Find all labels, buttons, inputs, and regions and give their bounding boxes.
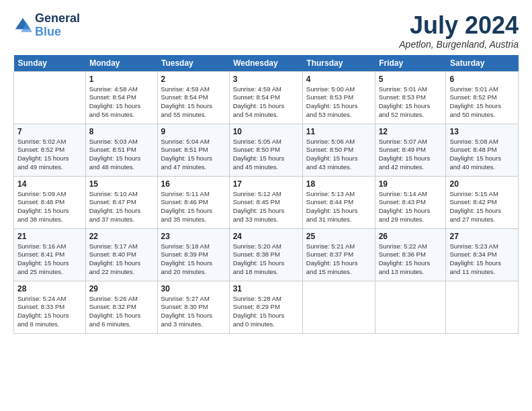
day-info: Sunrise: 5:04 AM Sunset: 8:51 PM Dayligh… [161,138,226,172]
calendar-cell: 17Sunrise: 5:12 AM Sunset: 8:45 PM Dayli… [229,176,302,228]
calendar-cell: 10Sunrise: 5:05 AM Sunset: 8:50 PM Dayli… [229,124,302,176]
day-number: 2 [161,75,226,84]
calendar-cell: 30Sunrise: 5:27 AM Sunset: 8:30 PM Dayli… [157,281,229,333]
day-number: 10 [233,127,299,136]
calendar-cell: 11Sunrise: 5:06 AM Sunset: 8:50 PM Dayli… [302,124,375,176]
calendar-week-3: 14Sunrise: 5:09 AM Sunset: 8:48 PM Dayli… [14,176,519,228]
calendar-cell: 13Sunrise: 5:08 AM Sunset: 8:48 PM Dayli… [446,124,519,176]
day-info: Sunrise: 4:58 AM Sunset: 8:54 PM Dayligh… [89,85,154,120]
calendar-cell [375,281,446,333]
day-number: 6 [449,75,515,84]
day-number: 27 [449,232,515,241]
calendar-cell: 6Sunrise: 5:01 AM Sunset: 8:52 PM Daylig… [446,71,519,124]
weekday-header-sunday: Sunday [14,55,86,72]
calendar-table: SundayMondayTuesdayWednesdayThursdayFrid… [13,55,519,334]
logo-text: General Blue [35,12,80,39]
day-info: Sunrise: 5:23 AM Sunset: 8:34 PM Dayligh… [449,242,515,277]
calendar-cell: 26Sunrise: 5:22 AM Sunset: 8:36 PM Dayli… [375,228,446,281]
day-info: Sunrise: 5:15 AM Sunset: 8:42 PM Dayligh… [449,190,515,224]
day-info: Sunrise: 5:27 AM Sunset: 8:30 PM Dayligh… [161,295,226,329]
day-info: Sunrise: 5:05 AM Sunset: 8:50 PM Dayligh… [233,138,299,172]
day-info: Sunrise: 5:08 AM Sunset: 8:48 PM Dayligh… [449,138,515,172]
day-number: 9 [161,127,226,136]
calendar-cell [446,281,519,333]
calendar-cell: 19Sunrise: 5:14 AM Sunset: 8:43 PM Dayli… [375,176,446,228]
day-number: 31 [233,284,299,293]
calendar-week-5: 28Sunrise: 5:24 AM Sunset: 8:33 PM Dayli… [14,281,519,333]
day-info: Sunrise: 5:22 AM Sunset: 8:36 PM Dayligh… [379,242,443,277]
calendar-cell: 16Sunrise: 5:11 AM Sunset: 8:46 PM Dayli… [157,176,229,228]
title-block: July 2024 Apetlon, Burgenland, Austria [399,12,519,50]
calendar-cell: 2Sunrise: 4:59 AM Sunset: 8:54 PM Daylig… [157,71,229,124]
day-info: Sunrise: 4:59 AM Sunset: 8:54 PM Dayligh… [161,85,226,120]
weekday-header-monday: Monday [85,55,157,72]
day-number: 15 [89,179,154,189]
day-number: 5 [379,75,443,84]
day-info: Sunrise: 5:17 AM Sunset: 8:40 PM Dayligh… [89,242,154,277]
calendar-cell: 25Sunrise: 5:21 AM Sunset: 8:37 PM Dayli… [302,228,375,281]
day-number: 19 [379,179,443,189]
day-info: Sunrise: 5:01 AM Sunset: 8:53 PM Dayligh… [379,85,443,120]
day-info: Sunrise: 5:03 AM Sunset: 8:51 PM Dayligh… [89,138,154,172]
calendar-week-1: 1Sunrise: 4:58 AM Sunset: 8:54 PM Daylig… [14,71,519,124]
day-number: 4 [306,75,371,84]
day-info: Sunrise: 5:09 AM Sunset: 8:48 PM Dayligh… [17,190,82,224]
day-number: 22 [89,232,154,241]
day-info: Sunrise: 5:10 AM Sunset: 8:47 PM Dayligh… [89,190,154,224]
day-info: Sunrise: 5:26 AM Sunset: 8:32 PM Dayligh… [89,295,154,329]
day-info: Sunrise: 5:14 AM Sunset: 8:43 PM Dayligh… [379,190,443,224]
calendar-cell: 14Sunrise: 5:09 AM Sunset: 8:48 PM Dayli… [14,176,86,228]
day-number: 26 [379,232,443,241]
day-number: 8 [89,127,154,136]
day-number: 25 [306,232,371,241]
day-info: Sunrise: 5:01 AM Sunset: 8:52 PM Dayligh… [449,85,515,120]
logo-icon [13,16,32,35]
calendar-cell: 18Sunrise: 5:13 AM Sunset: 8:44 PM Dayli… [302,176,375,228]
weekday-header-row: SundayMondayTuesdayWednesdayThursdayFrid… [14,55,519,72]
calendar-cell: 22Sunrise: 5:17 AM Sunset: 8:40 PM Dayli… [85,228,157,281]
day-number: 16 [161,179,226,189]
calendar-cell: 12Sunrise: 5:07 AM Sunset: 8:49 PM Dayli… [375,124,446,176]
logo: General Blue [13,12,80,39]
day-info: Sunrise: 5:02 AM Sunset: 8:52 PM Dayligh… [17,138,82,172]
calendar-cell: 9Sunrise: 5:04 AM Sunset: 8:51 PM Daylig… [157,124,229,176]
calendar-cell: 7Sunrise: 5:02 AM Sunset: 8:52 PM Daylig… [14,124,86,176]
day-number: 14 [17,179,82,189]
day-info: Sunrise: 4:59 AM Sunset: 8:54 PM Dayligh… [233,85,299,120]
calendar-cell: 4Sunrise: 5:00 AM Sunset: 8:53 PM Daylig… [302,71,375,124]
day-number: 30 [161,284,226,293]
day-info: Sunrise: 5:28 AM Sunset: 8:29 PM Dayligh… [233,295,299,329]
day-number: 12 [379,127,443,136]
day-info: Sunrise: 5:06 AM Sunset: 8:50 PM Dayligh… [306,138,371,172]
weekday-header-friday: Friday [375,55,446,72]
day-number: 3 [233,75,299,84]
calendar-cell [302,281,375,333]
calendar-cell: 8Sunrise: 5:03 AM Sunset: 8:51 PM Daylig… [85,124,157,176]
day-info: Sunrise: 5:13 AM Sunset: 8:44 PM Dayligh… [306,190,371,224]
day-number: 18 [306,179,371,189]
calendar-week-4: 21Sunrise: 5:16 AM Sunset: 8:41 PM Dayli… [14,228,519,281]
calendar-cell: 23Sunrise: 5:18 AM Sunset: 8:39 PM Dayli… [157,228,229,281]
month-year: July 2024 [399,12,519,39]
day-number: 24 [233,232,299,241]
calendar-cell: 3Sunrise: 4:59 AM Sunset: 8:54 PM Daylig… [229,71,302,124]
calendar-cell: 31Sunrise: 5:28 AM Sunset: 8:29 PM Dayli… [229,281,302,333]
weekday-header-tuesday: Tuesday [157,55,229,72]
weekday-header-thursday: Thursday [302,55,375,72]
calendar-cell [14,71,86,124]
day-info: Sunrise: 5:12 AM Sunset: 8:45 PM Dayligh… [233,190,299,224]
calendar-cell: 21Sunrise: 5:16 AM Sunset: 8:41 PM Dayli… [14,228,86,281]
header: General Blue July 2024 Apetlon, Burgenla… [13,12,519,50]
day-number: 20 [449,179,515,189]
day-info: Sunrise: 5:24 AM Sunset: 8:33 PM Dayligh… [17,295,82,329]
location: Apetlon, Burgenland, Austria [399,39,519,50]
calendar-cell: 5Sunrise: 5:01 AM Sunset: 8:53 PM Daylig… [375,71,446,124]
calendar-cell: 20Sunrise: 5:15 AM Sunset: 8:42 PM Dayli… [446,176,519,228]
calendar-week-2: 7Sunrise: 5:02 AM Sunset: 8:52 PM Daylig… [14,124,519,176]
calendar-cell: 1Sunrise: 4:58 AM Sunset: 8:54 PM Daylig… [85,71,157,124]
page: General Blue July 2024 Apetlon, Burgenla… [0,0,532,411]
calendar-cell: 29Sunrise: 5:26 AM Sunset: 8:32 PM Dayli… [85,281,157,333]
calendar-cell: 28Sunrise: 5:24 AM Sunset: 8:33 PM Dayli… [14,281,86,333]
day-number: 13 [449,127,515,136]
day-info: Sunrise: 5:21 AM Sunset: 8:37 PM Dayligh… [306,242,371,277]
